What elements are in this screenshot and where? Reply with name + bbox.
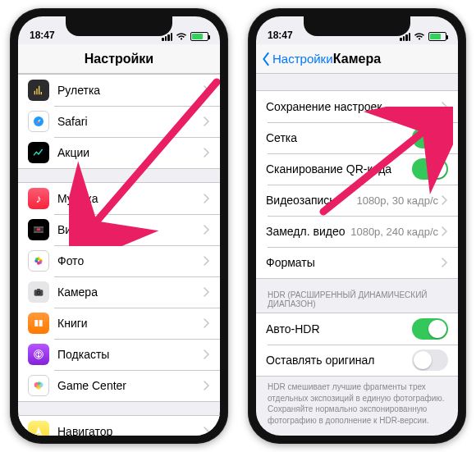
notch	[304, 16, 410, 36]
row-label: Замедл. видео	[266, 225, 350, 238]
toggle-auto-hdr[interactable]	[412, 318, 448, 340]
chevron-icon	[204, 318, 210, 328]
row-label: Навигатор	[57, 425, 204, 436]
settings-row-camera[interactable]: Камера	[18, 276, 220, 308]
status-indicators	[162, 32, 208, 41]
hdr-section-header: HDR (РАСШИРЕННЫЙ ДИНАМИЧЕСКИЙ ДИАПАЗОН)	[256, 279, 458, 313]
svg-rect-2	[34, 226, 43, 228]
row-label: Оставлять оригинал	[266, 354, 412, 367]
stocks-icon	[28, 142, 49, 163]
camera-settings[interactable]: Сохранение настроек Сетка Сканирование Q…	[256, 74, 458, 436]
chevron-icon	[204, 225, 210, 235]
settings-row-gamecenter[interactable]: Game Center	[18, 370, 220, 401]
row-label: Видеозапись	[266, 194, 356, 207]
status-time: 18:47	[30, 30, 55, 41]
row-qr-scan: Сканирование QR-кода	[256, 153, 458, 185]
phone-right: 18:47 Настройки Камера Сохранение настро…	[248, 8, 466, 444]
svg-point-19	[36, 385, 40, 389]
svg-point-13	[38, 292, 39, 294]
wifi-icon	[176, 32, 187, 41]
row-label: Safari	[57, 115, 204, 128]
row-auto-hdr: Авто-HDR	[256, 313, 458, 345]
settings-row-podcasts[interactable]: Подкасты	[18, 339, 220, 370]
battery-icon	[428, 32, 446, 41]
row-label: Музыка	[57, 192, 204, 205]
settings-row-books[interactable]: Книги	[18, 308, 220, 339]
phone-left: 18:47 Настройки Рулетка	[10, 8, 228, 444]
row-label: Рулетка	[57, 84, 204, 97]
row-label: Авто-HDR	[266, 322, 412, 336]
chevron-icon	[204, 256, 210, 266]
svg-point-9	[39, 261, 42, 264]
navigator-icon	[28, 421, 49, 436]
battery-icon	[190, 32, 208, 41]
music-icon: ♪	[28, 188, 49, 209]
row-label: Видео	[57, 223, 204, 236]
row-label: Фото	[57, 254, 204, 267]
navbar-right: Настройки Камера	[256, 44, 458, 74]
settings-row-photos[interactable]: Фото	[18, 245, 220, 276]
row-detail: 1080p, 30 кадр/с	[356, 194, 438, 207]
chevron-icon	[204, 427, 210, 436]
row-label: Акции	[57, 146, 204, 159]
row-label: Сканирование QR-кода	[266, 162, 412, 176]
settings-list[interactable]: Рулетка Safari Акции	[18, 74, 220, 436]
toggle-grid[interactable]	[412, 127, 448, 148]
camera-icon	[28, 281, 49, 303]
chevron-icon	[204, 85, 210, 95]
row-label: Книги	[57, 317, 204, 330]
notch	[66, 16, 172, 36]
navbar-left: Настройки	[18, 44, 220, 74]
navbar-title: Камера	[333, 52, 381, 66]
back-label: Настройки	[272, 52, 333, 66]
books-icon	[28, 313, 49, 334]
chevron-icon	[204, 349, 210, 359]
toggle-keep-original[interactable]	[412, 349, 448, 371]
video-icon	[28, 219, 49, 240]
chevron-icon	[204, 194, 210, 203]
svg-rect-3	[34, 231, 43, 233]
row-label: Подкасты	[57, 348, 204, 361]
photos-icon	[28, 250, 49, 272]
row-label: Форматы	[266, 256, 442, 269]
wifi-icon	[414, 32, 425, 41]
settings-row-navigator[interactable]: Навигатор	[18, 416, 220, 436]
row-detail: 1080p, 240 кадр/с	[350, 226, 438, 238]
roulette-icon	[28, 80, 49, 101]
chevron-icon	[204, 148, 210, 158]
chevron-icon	[442, 195, 448, 205]
svg-point-8	[35, 258, 39, 261]
row-label: Game Center	[57, 379, 204, 392]
settings-row-safari[interactable]: Safari	[18, 106, 220, 137]
svg-rect-11	[37, 289, 40, 290]
row-formats[interactable]: Форматы	[256, 247, 458, 278]
gamecenter-icon	[28, 375, 49, 396]
row-grid: Сетка	[256, 122, 458, 153]
chevron-icon	[442, 102, 448, 112]
row-preserve-settings[interactable]: Сохранение настроек	[256, 91, 458, 122]
row-slomo[interactable]: Замедл. видео 1080p, 240 кадр/с	[256, 216, 458, 247]
chevron-icon	[442, 258, 448, 267]
settings-row-roulette[interactable]: Рулетка	[18, 75, 220, 106]
settings-row-video[interactable]: Видео	[18, 214, 220, 245]
screen-right: 18:47 Настройки Камера Сохранение настро…	[256, 16, 458, 436]
safari-icon	[28, 111, 49, 132]
chevron-icon	[204, 116, 210, 126]
svg-point-16	[38, 352, 39, 354]
status-time: 18:47	[268, 30, 293, 41]
chevron-icon	[204, 381, 210, 390]
toggle-qr[interactable]	[412, 158, 448, 180]
screen-left: 18:47 Настройки Рулетка	[18, 16, 220, 436]
podcasts-icon	[28, 344, 49, 365]
navbar-title: Настройки	[85, 52, 153, 66]
hdr-section-footer: HDR смешивает лучшие фрагменты трех отде…	[256, 377, 458, 434]
row-label: Сетка	[266, 131, 412, 144]
back-button[interactable]: Настройки	[261, 44, 333, 73]
status-indicators	[400, 32, 446, 41]
row-label: Сохранение настроек	[266, 100, 442, 113]
row-keep-original: Оставлять оригинал	[256, 345, 458, 376]
row-label: Камера	[57, 285, 204, 299]
settings-row-music[interactable]: ♪ Музыка	[18, 183, 220, 214]
settings-row-stocks[interactable]: Акции	[18, 137, 220, 168]
row-record-video[interactable]: Видеозапись 1080p, 30 кадр/с	[256, 185, 458, 216]
